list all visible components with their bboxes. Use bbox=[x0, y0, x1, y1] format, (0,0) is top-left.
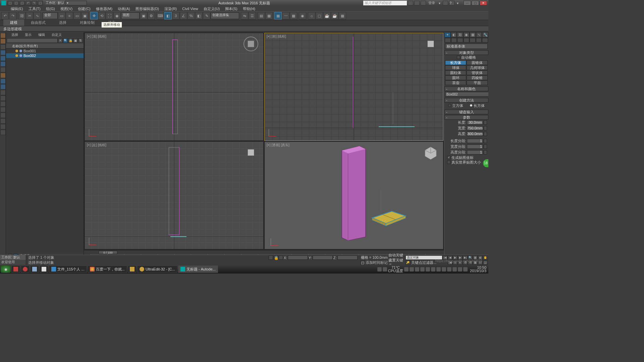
edit-named-sel-icon[interactable]: ◧ bbox=[195, 12, 203, 19]
x-coord-input[interactable] bbox=[288, 255, 308, 260]
menu-modifiers[interactable]: 修改器(M) bbox=[93, 6, 115, 11]
cat-systems-icon[interactable] bbox=[482, 38, 488, 43]
named-sel-icon[interactable]: ✎ bbox=[203, 12, 210, 19]
ribbon-tab-selection[interactable]: 选择 bbox=[52, 19, 73, 26]
tab-utilities-icon[interactable]: ∿ bbox=[476, 32, 482, 38]
viewport-label[interactable]: [+] [左] [线框] bbox=[87, 143, 106, 147]
prim-tube-button[interactable]: 管状体 bbox=[467, 70, 488, 75]
angle-snap-icon[interactable]: 3 bbox=[172, 12, 179, 19]
strip-btn-3[interactable] bbox=[0, 44, 6, 50]
prim-cylinder-button[interactable]: 圆柱体 bbox=[445, 70, 466, 75]
system-clock[interactable]: 10:502019/10/3 bbox=[469, 266, 488, 273]
se-clear-icon[interactable]: ✕ bbox=[58, 38, 63, 43]
help-search-input[interactable]: 输入关键字或短语 bbox=[363, 1, 407, 5]
tray-icon[interactable] bbox=[436, 267, 441, 272]
strip-btn-9[interactable] bbox=[0, 78, 6, 84]
curve-editor-icon[interactable]: 〰 bbox=[282, 12, 289, 19]
bind-icon[interactable]: ∿ bbox=[34, 12, 41, 19]
prim-box-button[interactable]: 长方体 bbox=[445, 60, 466, 65]
viewcube[interactable] bbox=[423, 37, 438, 51]
render-activeshade-icon[interactable]: ▦ bbox=[339, 12, 346, 19]
rollout-object-type[interactable]: 对象类型 bbox=[444, 50, 488, 55]
prim-sphere-button[interactable]: 球体 bbox=[445, 65, 466, 70]
menu-animation[interactable]: 动画(A) bbox=[115, 6, 133, 11]
menu-create[interactable]: 创建(C) bbox=[75, 6, 93, 11]
spinner[interactable] bbox=[484, 132, 487, 136]
tray-icon[interactable] bbox=[383, 267, 387, 272]
spinner[interactable] bbox=[484, 150, 487, 155]
rollout-keyboard-entry[interactable]: 键盘输入 bbox=[444, 110, 488, 114]
menu-group[interactable]: 组(G) bbox=[43, 6, 58, 11]
strip-btn-11[interactable] bbox=[0, 90, 6, 95]
visibility-icon[interactable] bbox=[15, 54, 18, 57]
tray-icon[interactable] bbox=[452, 267, 457, 272]
coord-mode-icon[interactable] bbox=[279, 255, 283, 260]
viewport-label[interactable]: [+] [透视] [真实] bbox=[267, 143, 289, 147]
manipulate-icon[interactable]: ⚙ bbox=[148, 12, 155, 19]
menu-maxscript[interactable]: 脚本(S) bbox=[222, 6, 240, 11]
add-time-tag-label[interactable]: 添加时间标记 bbox=[366, 260, 388, 265]
z-coord-input[interactable] bbox=[337, 255, 358, 260]
strip-btn-1[interactable] bbox=[0, 33, 6, 38]
menu-help[interactable]: 帮助(H) bbox=[240, 6, 258, 11]
spinner[interactable] bbox=[484, 120, 487, 125]
viewport-front[interactable]: [+] [前] [线框] bbox=[264, 33, 443, 141]
se-menu-edit[interactable]: 编辑 bbox=[35, 32, 48, 38]
ribbon-tab-freeform[interactable]: 自由形式 bbox=[24, 19, 52, 26]
minimize-button[interactable]: — bbox=[464, 1, 471, 5]
tray-icon[interactable] bbox=[415, 267, 419, 272]
app-icon[interactable] bbox=[1, 1, 6, 5]
workspace-button[interactable]: 工作区: 默认 bbox=[0, 255, 26, 260]
render-production-icon[interactable]: ☕ bbox=[323, 12, 331, 19]
viewport-top[interactable]: [+] [顶] [线框] bbox=[85, 33, 264, 141]
strip-btn-17[interactable] bbox=[0, 124, 6, 129]
window-crossing-icon[interactable]: ▣ bbox=[81, 12, 89, 19]
prim-cone-button[interactable]: 圆锥体 bbox=[467, 60, 488, 65]
tab-motion-icon[interactable]: ◉ bbox=[463, 32, 470, 38]
scene-explorer-search[interactable] bbox=[7, 38, 58, 43]
render-setup-icon[interactable]: ☼ bbox=[308, 12, 315, 19]
prim-plane-button[interactable]: 平面 bbox=[467, 80, 488, 85]
help-dropdown[interactable]: ▾ bbox=[455, 1, 460, 5]
taskbar-item-ultraedit[interactable]: UltraEdit-32 - [C... bbox=[137, 265, 177, 273]
visibility-icon[interactable] bbox=[15, 50, 18, 52]
tray-icon[interactable] bbox=[447, 267, 451, 272]
rollout-name-color[interactable]: 名称和颜色 bbox=[444, 86, 488, 91]
strip-btn-16[interactable] bbox=[0, 118, 6, 124]
lock-selection-icon[interactable]: 🔒 bbox=[274, 255, 278, 260]
infocenter-icon[interactable] bbox=[408, 1, 413, 5]
prim-pyramid-button[interactable]: 四棱锥 bbox=[467, 75, 488, 80]
isolate-icon[interactable] bbox=[269, 255, 273, 260]
qat-undo-icon[interactable]: ↶ bbox=[25, 1, 31, 5]
scene-explorer-header[interactable]: 名称(按升序排序) bbox=[6, 44, 84, 49]
nav-pan-icon[interactable]: ✋ bbox=[483, 255, 488, 260]
y-coord-input[interactable] bbox=[313, 255, 333, 260]
wsegs-input[interactable]: 1 bbox=[467, 144, 483, 149]
layer-manager-icon[interactable]: ▦ bbox=[265, 12, 273, 19]
qat-redo-icon[interactable]: ↷ bbox=[32, 1, 37, 5]
taskbar-item-3dsmax[interactable]: 无标题 - Autode... bbox=[178, 265, 218, 273]
hsegs-input[interactable]: 1 bbox=[467, 150, 483, 155]
tab-create-icon[interactable]: ✦ bbox=[444, 32, 451, 38]
menu-rendering[interactable]: 渲染(R) bbox=[162, 6, 179, 11]
lsegs-input[interactable]: 1 bbox=[467, 139, 483, 143]
close-button[interactable]: ✕ bbox=[480, 1, 487, 5]
qat-link-icon[interactable]: ▢ bbox=[38, 1, 43, 5]
use-pivot-icon[interactable]: ▣ bbox=[140, 12, 147, 19]
strip-btn-6[interactable] bbox=[0, 61, 6, 67]
tray-icon[interactable] bbox=[420, 267, 425, 272]
rollout-create-method[interactable]: 创建方法 bbox=[444, 98, 488, 103]
tray-icon[interactable] bbox=[431, 267, 435, 272]
strip-btn-12[interactable] bbox=[0, 96, 6, 101]
viewport-label[interactable]: [+] [前] [线框] bbox=[267, 34, 286, 39]
poly-modeling-panel[interactable]: 多边形建模 bbox=[0, 26, 488, 32]
viewcube[interactable] bbox=[244, 145, 258, 160]
width-input[interactable]: 750.0mm bbox=[467, 126, 483, 130]
select-by-name-icon[interactable]: ≡ bbox=[66, 12, 73, 19]
signin-dropdown[interactable]: ▾ bbox=[437, 1, 442, 5]
select-object-icon[interactable]: ▭ bbox=[58, 12, 65, 19]
align-icon[interactable]: ☰ bbox=[249, 12, 256, 19]
schematic-view-icon[interactable]: ▦ bbox=[290, 12, 297, 19]
select-and-scale-icon[interactable]: ⛶ bbox=[106, 12, 113, 19]
taskbar-item-explorer[interactable] bbox=[128, 265, 137, 273]
